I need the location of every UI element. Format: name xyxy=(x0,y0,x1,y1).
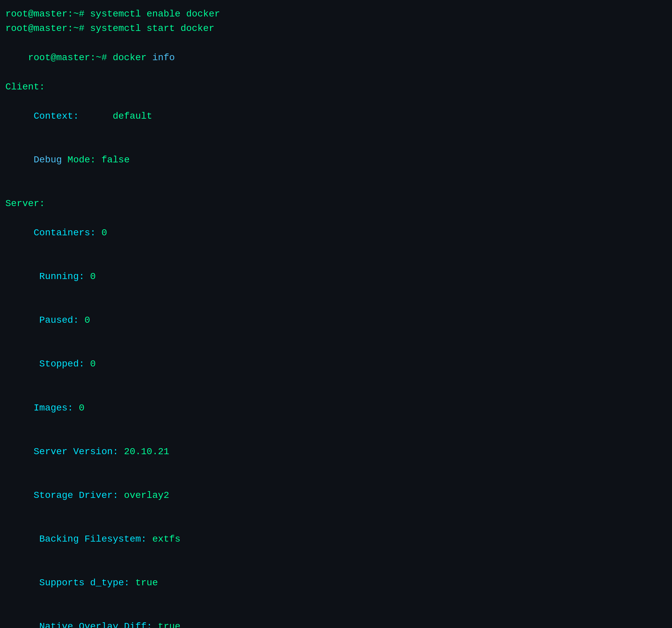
paused-value: 0 xyxy=(79,315,90,325)
backing-fs-line: Backing Filesystem: extfs xyxy=(5,517,667,561)
debug-line: Debug Mode: false xyxy=(5,138,667,182)
debug-key: Debug xyxy=(28,155,62,165)
server-header: Server: xyxy=(5,196,667,211)
stopped-line: Stopped: 0 xyxy=(5,342,667,386)
containers-key: Containers: xyxy=(28,227,96,238)
server-version-key: Server Version: xyxy=(28,446,118,457)
cmd-line-1: root@master:~# systemctl enable docker xyxy=(5,7,667,21)
backing-fs-value: extfs xyxy=(147,534,181,544)
storage-driver-value: overlay2 xyxy=(118,490,169,501)
paused-line: Paused: 0 xyxy=(5,298,667,342)
native-overlay-line: Native Overlay Diff: true xyxy=(5,605,667,628)
terminal: root@master:~# systemctl enable docker r… xyxy=(5,7,667,628)
prompt-text: root@master:~# docker xyxy=(28,52,152,63)
context-value: default xyxy=(79,111,152,121)
debug-value: Mode: false xyxy=(62,155,130,165)
server-version-value: 20.10.21 xyxy=(118,446,169,457)
containers-line: Containers: 0 xyxy=(5,211,667,255)
running-key: Running: xyxy=(28,271,85,282)
server-version-line: Server Version: 20.10.21 xyxy=(5,430,667,473)
containers-value: 0 xyxy=(96,227,107,238)
info-keyword: info xyxy=(152,52,175,63)
context-line: Context: default xyxy=(5,94,667,138)
storage-driver-line: Storage Driver: overlay2 xyxy=(5,474,667,517)
stopped-value: 0 xyxy=(85,359,96,369)
client-header: Client: xyxy=(5,80,667,94)
images-value: 0 xyxy=(73,403,85,413)
running-line: Running: 0 xyxy=(5,255,667,298)
blank-line-1 xyxy=(5,182,667,196)
paused-key: Paused: xyxy=(28,315,79,325)
running-value: 0 xyxy=(85,271,96,282)
native-overlay-value: true xyxy=(152,621,181,628)
supports-dtype-key: Supports d_type: xyxy=(28,578,129,588)
storage-driver-key: Storage Driver: xyxy=(28,490,118,501)
cmd-line-2: root@master:~# systemctl start docker xyxy=(5,21,667,35)
supports-dtype-line: Supports d_type: true xyxy=(5,561,667,605)
supports-dtype-value: true xyxy=(130,578,158,588)
native-overlay-key: Native Overlay Diff: xyxy=(28,621,152,628)
backing-fs-key: Backing Filesystem: xyxy=(28,534,147,544)
stopped-key: Stopped: xyxy=(28,359,85,369)
context-key: Context: xyxy=(28,111,79,121)
cmd-line-3: root@master:~# docker info xyxy=(5,36,667,80)
images-key: Images: xyxy=(28,403,73,413)
images-line: Images: 0 xyxy=(5,386,667,430)
